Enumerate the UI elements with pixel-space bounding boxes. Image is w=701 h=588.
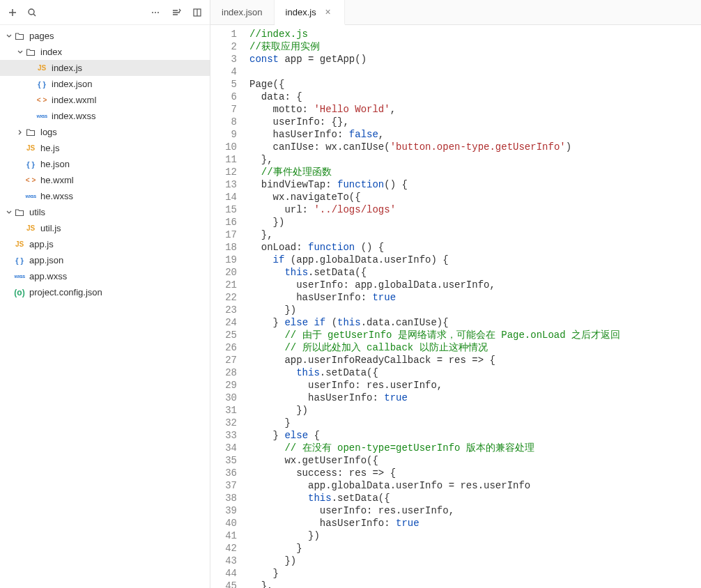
folder-item[interactable]: utils (0, 204, 210, 220)
code-line[interactable]: data: { (249, 91, 701, 103)
svg-point-0 (29, 9, 34, 15)
code-line[interactable]: //index.js (249, 28, 701, 40)
code-line[interactable] (249, 65, 701, 78)
line-number: 6 (210, 91, 237, 103)
code-line[interactable]: onLoad: function () { (249, 241, 701, 254)
file-item[interactable]: wxsshe.wxss (0, 188, 210, 204)
line-number: 8 (210, 116, 237, 128)
file-item[interactable]: wxssindex.wxss (0, 108, 210, 124)
code-line[interactable]: success: res => { (249, 467, 701, 479)
js-file-icon: JS (25, 223, 36, 234)
sidebar-toolbar (0, 0, 210, 25)
chevron-down-icon[interactable] (4, 31, 14, 41)
file-item[interactable]: { }he.json (0, 156, 210, 172)
code-line[interactable]: bindViewTap: function() { (249, 178, 701, 191)
code-line[interactable]: } else if (this.data.canIUse){ (249, 316, 701, 329)
code-line[interactable]: //事件处理函数 (249, 166, 701, 178)
code-line[interactable]: if (app.globalData.userInfo) { (249, 254, 701, 266)
line-number: 9 (210, 128, 237, 141)
svg-point-3 (157, 12, 159, 13)
code-line[interactable]: wx.getUserInfo({ (249, 454, 701, 467)
tree-item-label: app.json (29, 255, 63, 265)
code-line[interactable]: this.setData({ (249, 366, 701, 379)
code-line[interactable]: userInfo: res.userInfo, (249, 379, 701, 392)
code-line[interactable]: canIUse: wx.canIUse('button.open-type.ge… (249, 141, 701, 153)
line-number: 1 (210, 28, 237, 40)
file-item[interactable]: JSutil.js (0, 220, 210, 236)
code-line[interactable]: }, (249, 580, 701, 588)
code-line[interactable]: this.setData({ (249, 266, 701, 279)
file-item[interactable]: JSapp.js (0, 236, 210, 252)
line-number: 40 (210, 517, 237, 529)
code-line[interactable]: hasUserInfo: false, (249, 128, 701, 141)
more-options-button[interactable] (147, 4, 164, 21)
line-number: 2 (210, 40, 237, 53)
code-line[interactable]: motto: 'Hello World', (249, 103, 701, 116)
folder-item[interactable]: index (0, 44, 210, 60)
code-line[interactable]: }) (249, 304, 701, 316)
file-item[interactable]: wxssapp.wxss (0, 268, 210, 284)
close-icon[interactable]: × (323, 6, 333, 17)
code-line[interactable]: userInfo: res.userInfo, (249, 504, 701, 517)
file-tree[interactable]: pagesindexJSindex.js{ }index.json< >inde… (0, 25, 210, 588)
line-number: 16 (210, 216, 237, 229)
code-line[interactable]: Page({ (249, 78, 701, 91)
search-button[interactable] (24, 4, 40, 21)
code-line[interactable]: } else { (249, 429, 701, 442)
code-line[interactable]: // 在没有 open-type=getUserInfo 版本的兼容处理 (249, 442, 701, 454)
code-line[interactable]: }, (249, 229, 701, 241)
file-item[interactable]: (o)project.config.json (0, 284, 210, 300)
code-line[interactable]: hasUserInfo: true (249, 291, 701, 304)
code-line[interactable]: //获取应用实例 (249, 40, 701, 53)
tree-item-label: index.wxml (52, 95, 96, 105)
code-line[interactable]: this.setData({ (249, 492, 701, 504)
code-line[interactable]: userInfo: {}, (249, 116, 701, 128)
file-item[interactable]: JSindex.js (0, 60, 210, 76)
line-number: 11 (210, 153, 237, 166)
file-item[interactable]: JShe.js (0, 140, 210, 156)
folder-item[interactable]: pages (0, 28, 210, 44)
new-file-button[interactable] (4, 4, 21, 21)
file-item[interactable]: { }index.json (0, 76, 210, 92)
code-line[interactable]: } (249, 567, 701, 580)
tree-item-label: index (40, 47, 62, 57)
code-line[interactable]: } (249, 417, 701, 429)
file-item[interactable]: < >he.wxml (0, 172, 210, 188)
file-item[interactable]: < >index.wxml (0, 92, 210, 108)
code-line[interactable]: // 由于 getUserInfo 是网络请求，可能会在 Page.onLoad… (249, 329, 701, 341)
js-file-icon: JS (25, 143, 36, 154)
code-line[interactable]: hasUserInfo: true (249, 392, 701, 404)
line-number: 5 (210, 78, 237, 91)
folder-icon (25, 47, 36, 58)
code-line[interactable]: userInfo: app.globalData.userInfo, (249, 279, 701, 291)
folder-item[interactable]: logs (0, 124, 210, 140)
code-line[interactable]: }) (249, 555, 701, 567)
code-line[interactable]: }) (249, 404, 701, 417)
code-line[interactable]: }, (249, 153, 701, 166)
code-line[interactable]: wx.navigateTo({ (249, 191, 701, 203)
chevron-down-icon[interactable] (4, 208, 14, 217)
line-number: 38 (210, 492, 237, 504)
code-line[interactable]: }) (249, 529, 701, 542)
collapse-all-button[interactable] (168, 4, 185, 21)
chevron-down-icon[interactable] (15, 47, 25, 57)
chevron-right-icon[interactable] (15, 127, 25, 137)
code-editor[interactable]: 1234567891011121314151617181920212223242… (210, 25, 701, 588)
code-line[interactable]: } (249, 542, 701, 555)
editor-tab[interactable]: index.js× (275, 0, 345, 25)
code-line[interactable]: const app = getApp() (249, 53, 701, 65)
code-line[interactable]: app.userInfoReadyCallback = res => { (249, 354, 701, 366)
code-line[interactable]: app.globalData.userInfo = res.userInfo (249, 479, 701, 492)
file-item[interactable]: { }app.json (0, 252, 210, 268)
code-line[interactable]: url: '../logs/logs' (249, 203, 701, 216)
editor-tab[interactable]: index.json (210, 0, 275, 24)
tree-item-label: util.js (40, 223, 61, 233)
code-content[interactable]: //index.js//获取应用实例const app = getApp() P… (249, 25, 701, 588)
code-line[interactable]: }) (249, 216, 701, 229)
split-editor-button[interactable] (189, 4, 206, 21)
config-file-icon: (o) (14, 287, 25, 298)
code-line[interactable]: hasUserInfo: true (249, 517, 701, 529)
code-line[interactable]: // 所以此处加入 callback 以防止这种情况 (249, 341, 701, 354)
wxss-file-icon: wxss (36, 111, 47, 122)
file-explorer-sidebar: pagesindexJSindex.js{ }index.json< >inde… (0, 0, 210, 588)
